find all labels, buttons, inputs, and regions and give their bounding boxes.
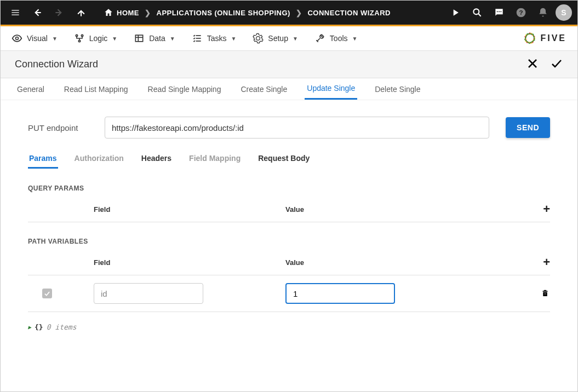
table-icon bbox=[134, 33, 145, 44]
tab-read-list-mapping[interactable]: Read List Mapping bbox=[62, 79, 130, 99]
path-variable-value-input[interactable] bbox=[285, 283, 395, 304]
caret-down-icon: ▼ bbox=[170, 36, 175, 42]
home-icon bbox=[104, 8, 113, 18]
breadcrumb-item-connection-wizard[interactable]: CONNECTION WIZARD bbox=[302, 9, 396, 17]
column-header-value: Value bbox=[285, 258, 523, 267]
send-button[interactable]: SEND bbox=[506, 117, 550, 138]
svg-rect-31 bbox=[544, 290, 547, 291]
svg-line-7 bbox=[478, 14, 481, 16]
subtab-request-body[interactable]: Request Body bbox=[257, 149, 311, 169]
tab-general[interactable]: General bbox=[15, 79, 47, 99]
tab-create-single[interactable]: Create Single bbox=[238, 79, 289, 99]
svg-rect-17 bbox=[136, 35, 143, 42]
breadcrumb-label: HOME bbox=[117, 9, 139, 17]
forward-arrow-icon bbox=[50, 3, 68, 22]
subtab-headers[interactable]: Headers bbox=[140, 149, 173, 169]
wrench-icon bbox=[314, 33, 325, 44]
svg-point-9 bbox=[499, 11, 500, 12]
help-icon[interactable]: ? bbox=[512, 3, 530, 22]
subtab-field-mapping[interactable]: Field Mapping bbox=[188, 149, 242, 169]
svg-point-10 bbox=[500, 11, 501, 12]
menu-data[interactable]: Data▼ bbox=[134, 33, 175, 44]
list-icon bbox=[192, 33, 203, 44]
topbar-left: HOME ❯ APPLICATIONS (ONLINE SHOPPING) ❯ … bbox=[6, 3, 396, 22]
tab-read-single-mapping[interactable]: Read Single Mapping bbox=[146, 79, 224, 99]
menu-label: Setup bbox=[268, 34, 288, 43]
wizard-tabs: General Read List Mapping Read Single Ma… bbox=[1, 78, 577, 100]
path-variable-field-input[interactable] bbox=[94, 283, 203, 304]
avatar-initial: S bbox=[561, 8, 566, 17]
delete-row-button[interactable] bbox=[540, 291, 550, 299]
expand-icon[interactable]: ▶ bbox=[28, 324, 31, 330]
menu-tasks[interactable]: Tasks▼ bbox=[192, 33, 237, 44]
caret-down-icon: ▼ bbox=[52, 36, 58, 42]
menu-label: Visual bbox=[27, 34, 48, 43]
row-checkbox bbox=[42, 289, 52, 298]
breadcrumb-label: CONNECTION WIZARD bbox=[307, 9, 391, 17]
caret-down-icon: ▼ bbox=[112, 36, 117, 42]
breadcrumb: HOME ❯ APPLICATIONS (ONLINE SHOPPING) ❯ … bbox=[98, 8, 396, 18]
eye-icon bbox=[12, 33, 22, 44]
logo-text: FIVE bbox=[540, 33, 566, 43]
endpoint-input[interactable] bbox=[105, 117, 489, 139]
menu-label: Tools bbox=[330, 34, 348, 43]
avatar[interactable]: S bbox=[556, 4, 572, 21]
add-query-param-button[interactable]: + bbox=[543, 202, 550, 216]
bell-icon[interactable] bbox=[534, 3, 552, 22]
json-items-count: 0 items bbox=[47, 323, 77, 331]
svg-point-6 bbox=[473, 9, 479, 14]
page-header-actions bbox=[526, 57, 563, 72]
menu-label: Tasks bbox=[207, 34, 227, 43]
endpoint-row: PUT endpoint SEND bbox=[28, 117, 550, 139]
logo-icon bbox=[523, 31, 537, 45]
add-path-variable-button[interactable]: + bbox=[543, 255, 550, 269]
subtab-authorization[interactable]: Authorization bbox=[73, 149, 125, 169]
svg-point-16 bbox=[78, 40, 80, 42]
check-icon bbox=[43, 290, 51, 297]
path-variables-header: Field Value + bbox=[28, 255, 550, 275]
svg-point-13 bbox=[16, 37, 19, 40]
logo: FIVE bbox=[523, 31, 566, 45]
breadcrumb-item-home[interactable]: HOME bbox=[98, 8, 145, 18]
column-header-field: Field bbox=[94, 205, 285, 214]
menu-icon[interactable] bbox=[6, 3, 25, 22]
path-variable-row bbox=[28, 275, 550, 312]
menu-logic[interactable]: Logic▼ bbox=[74, 33, 117, 44]
wizard-body: PUT endpoint SEND Params Authorization H… bbox=[1, 100, 577, 348]
response-preview[interactable]: ▶ {} 0 items bbox=[28, 323, 550, 331]
back-arrow-icon[interactable] bbox=[28, 3, 47, 22]
branch-icon bbox=[74, 33, 85, 44]
tab-delete-single[interactable]: Delete Single bbox=[373, 79, 422, 99]
breadcrumb-label: APPLICATIONS (ONLINE SHOPPING) bbox=[157, 9, 290, 17]
subtab-params[interactable]: Params bbox=[28, 149, 58, 169]
menu-label: Logic bbox=[89, 34, 107, 43]
caret-down-icon: ▼ bbox=[352, 36, 358, 42]
confirm-button[interactable] bbox=[550, 57, 563, 72]
svg-point-8 bbox=[497, 11, 498, 12]
column-header-field: Field bbox=[94, 258, 285, 267]
close-button[interactable] bbox=[526, 57, 539, 72]
path-variables-title: PATH VARIABLES bbox=[28, 238, 550, 245]
endpoint-label: PUT endpoint bbox=[28, 123, 88, 132]
caret-down-icon: ▼ bbox=[231, 36, 236, 42]
json-braces: {} bbox=[35, 323, 43, 331]
breadcrumb-item-applications[interactable]: APPLICATIONS (ONLINE SHOPPING) bbox=[151, 9, 296, 17]
request-subtabs: Params Authorization Headers Field Mappi… bbox=[28, 149, 550, 169]
chevron-right-icon: ❯ bbox=[145, 9, 151, 17]
up-arrow-icon[interactable] bbox=[72, 3, 90, 22]
menu-tools[interactable]: Tools▼ bbox=[314, 33, 358, 44]
page-header: Connection Wizard bbox=[1, 51, 577, 78]
chat-icon[interactable] bbox=[490, 3, 508, 22]
menu-label: Data bbox=[149, 34, 165, 43]
play-icon[interactable] bbox=[446, 3, 465, 22]
top-app-bar: HOME ❯ APPLICATIONS (ONLINE SHOPPING) ❯ … bbox=[1, 1, 577, 26]
chevron-right-icon: ❯ bbox=[296, 9, 302, 17]
menu-bar: Visual▼ Logic▼ Data▼ Tasks▼ Setup▼ Tools… bbox=[1, 26, 577, 51]
menu-visual[interactable]: Visual▼ bbox=[12, 33, 58, 44]
tab-update-single[interactable]: Update Single bbox=[305, 78, 357, 100]
page-title: Connection Wizard bbox=[15, 59, 98, 70]
menu-setup[interactable]: Setup▼ bbox=[253, 33, 298, 44]
query-params-header: Field Value + bbox=[28, 202, 550, 222]
search-icon[interactable] bbox=[468, 3, 487, 22]
caret-down-icon: ▼ bbox=[293, 36, 298, 42]
